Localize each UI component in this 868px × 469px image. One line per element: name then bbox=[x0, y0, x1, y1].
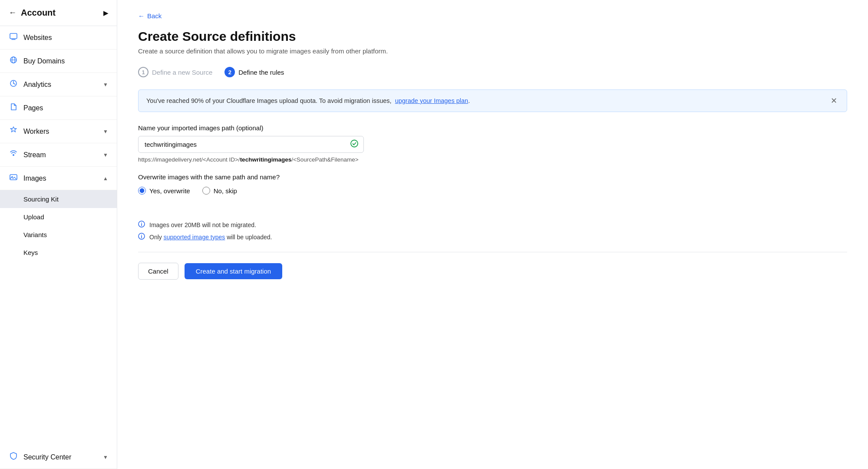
back-link[interactable]: ← Back bbox=[138, 12, 847, 20]
pages-icon bbox=[9, 102, 18, 113]
account-header[interactable]: ← Account ▶ bbox=[0, 0, 117, 26]
radio-yes-overwrite-input[interactable] bbox=[138, 187, 146, 195]
main-content: ← Back Create Source definitions Create … bbox=[117, 0, 868, 469]
footer-buttons: Cancel Create and start migration bbox=[138, 263, 847, 280]
sourcing-kit-label: Sourcing Kit bbox=[23, 195, 59, 203]
sidebar-item-buy-domains[interactable]: Buy Domains bbox=[0, 50, 117, 73]
analytics-chevron: ▼ bbox=[103, 82, 108, 88]
sidebar-item-security-center[interactable]: Security Center ▼ bbox=[0, 446, 117, 469]
websites-icon bbox=[9, 32, 18, 43]
valid-check-icon bbox=[350, 139, 359, 150]
svg-point-7 bbox=[351, 140, 358, 147]
info-icon-2 bbox=[138, 233, 145, 241]
back-arrow-icon: ← bbox=[138, 12, 145, 20]
security-center-chevron: ▼ bbox=[103, 454, 108, 460]
upload-label: Upload bbox=[23, 213, 44, 221]
svg-point-11 bbox=[141, 234, 142, 235]
step-2-number: 2 bbox=[224, 67, 235, 77]
step-1: 1 Define a new Source bbox=[138, 67, 212, 77]
buy-domains-icon bbox=[9, 56, 18, 66]
variants-label: Variants bbox=[23, 231, 47, 238]
security-center-label: Security Center bbox=[23, 453, 98, 461]
sidebar-sub-variants[interactable]: Variants bbox=[0, 226, 117, 244]
info-notes: Images over 20MB will not be migrated. O… bbox=[138, 221, 847, 241]
radio-no-skip-label: No, skip bbox=[214, 187, 237, 195]
svg-point-9 bbox=[141, 222, 142, 223]
page-title: Create Source definitions bbox=[138, 29, 847, 44]
alert-close-button[interactable]: ✕ bbox=[829, 96, 839, 106]
steps-container: 1 Define a new Source 2 Define the rules bbox=[138, 67, 847, 77]
websites-label: Websites bbox=[23, 34, 108, 42]
url-preview: https://imagedelivery.net/<Account ID>/t… bbox=[138, 156, 847, 163]
back-label: Back bbox=[147, 12, 162, 20]
url-before: https://imagedelivery.net/<Account ID>/ bbox=[138, 156, 240, 163]
sidebar-item-images[interactable]: Images ▲ bbox=[0, 167, 117, 190]
workers-label: Workers bbox=[23, 128, 98, 135]
url-bold: techwritingimages bbox=[240, 156, 292, 163]
overwrite-label: Overwrite images with the same path and … bbox=[138, 173, 847, 181]
sidebar-sub-upload[interactable]: Upload bbox=[0, 208, 117, 226]
overwrite-radio-group: Yes, overwrite No, skip bbox=[138, 187, 847, 195]
page-subtitle: Create a source definition that allows y… bbox=[138, 47, 847, 55]
sidebar: ← Account ▶ Websites Buy Domains Analyti… bbox=[0, 0, 117, 469]
stream-icon bbox=[9, 149, 18, 160]
create-migration-button[interactable]: Create and start migration bbox=[185, 263, 282, 279]
path-label: Name your imported images path (optional… bbox=[138, 124, 847, 132]
sidebar-item-workers[interactable]: Workers ▼ bbox=[0, 120, 117, 143]
workers-chevron: ▼ bbox=[103, 129, 108, 135]
info-note-2: Only supported image types will be uploa… bbox=[138, 233, 847, 241]
step-2-label: Define the rules bbox=[238, 69, 284, 76]
keys-label: Keys bbox=[23, 249, 38, 256]
path-input-wrapper bbox=[138, 136, 364, 153]
step-1-number: 1 bbox=[138, 67, 149, 77]
svg-rect-0 bbox=[10, 33, 17, 39]
section-divider bbox=[138, 252, 847, 252]
step-2: 2 Define the rules bbox=[224, 67, 284, 77]
sidebar-item-stream[interactable]: Stream ▼ bbox=[0, 143, 117, 167]
workers-icon bbox=[9, 126, 18, 137]
analytics-label: Analytics bbox=[23, 81, 98, 89]
sidebar-item-pages[interactable]: Pages bbox=[0, 96, 117, 120]
cancel-button[interactable]: Cancel bbox=[138, 263, 178, 280]
info-note-1-text: Images over 20MB will not be migrated. bbox=[149, 221, 256, 228]
account-chevron: ▶ bbox=[103, 10, 108, 17]
images-chevron: ▲ bbox=[103, 175, 108, 182]
radio-yes-overwrite[interactable]: Yes, overwrite bbox=[138, 187, 190, 195]
step-1-label: Define a new Source bbox=[152, 69, 212, 76]
stream-label: Stream bbox=[23, 151, 98, 159]
info-note-1: Images over 20MB will not be migrated. bbox=[138, 221, 847, 229]
radio-no-skip[interactable]: No, skip bbox=[202, 187, 237, 195]
radio-yes-overwrite-label: Yes, overwrite bbox=[149, 187, 190, 195]
sidebar-sub-keys[interactable]: Keys bbox=[0, 244, 117, 261]
svg-point-4 bbox=[13, 154, 14, 156]
alert-banner: You've reached 90% of your Cloudflare Im… bbox=[138, 89, 847, 112]
radio-no-skip-input[interactable] bbox=[202, 187, 210, 195]
stream-chevron: ▼ bbox=[103, 152, 108, 158]
security-center-icon bbox=[9, 452, 18, 462]
images-label: Images bbox=[23, 175, 98, 182]
path-input[interactable] bbox=[138, 136, 364, 153]
info-icon-1 bbox=[138, 221, 145, 229]
analytics-icon bbox=[9, 79, 18, 90]
sidebar-item-analytics[interactable]: Analytics ▼ bbox=[0, 73, 117, 96]
supported-types-link[interactable]: supported image types bbox=[164, 234, 225, 241]
url-after: /<SourcePath&Filename> bbox=[291, 156, 359, 163]
account-back-arrow[interactable]: ← bbox=[9, 8, 17, 17]
sidebar-sub-sourcing-kit[interactable]: Sourcing Kit bbox=[0, 190, 117, 208]
buy-domains-label: Buy Domains bbox=[23, 57, 108, 65]
images-icon bbox=[9, 173, 18, 184]
pages-label: Pages bbox=[23, 104, 108, 112]
alert-text: You've reached 90% of your Cloudflare Im… bbox=[146, 97, 470, 104]
sidebar-item-websites[interactable]: Websites bbox=[0, 26, 117, 50]
account-label: Account bbox=[21, 8, 56, 18]
upgrade-plan-link[interactable]: upgrade your Images plan bbox=[395, 97, 468, 104]
info-note-2-text: Only supported image types will be uploa… bbox=[149, 234, 272, 241]
